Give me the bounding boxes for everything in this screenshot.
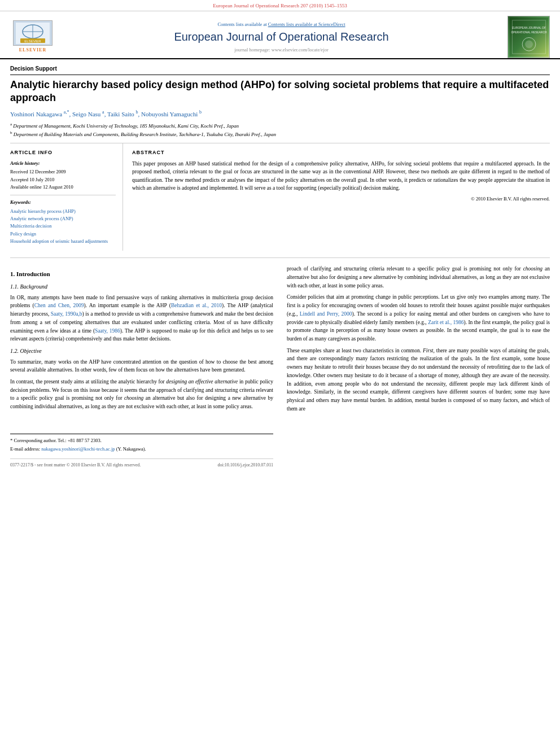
history-label: Article history: [10,160,116,167]
author-nasu: Seigo Nasu [72,111,100,117]
footnote-area: * Corresponding author. Tel.: +81 887 57… [10,434,273,453]
footer-bar: 0377-2217/$ - see front matter © 2010 El… [10,458,273,469]
sciencedirect-link[interactable]: Contents lists available at Contents lis… [61,21,502,28]
body-para-right1: proach of clarifying and structuring cri… [287,265,550,290]
journal-header: ELSEVIER ELSEVIER Contents lists availab… [0,11,560,59]
top-bar: European Journal of Operational Research… [0,0,560,11]
section-tag: Decision Support [10,65,550,75]
keywords-section: Keywords: Analytic hierarchy process (AH… [10,195,116,244]
keyword-2: Analytic network process (ANP) [10,215,116,222]
keyword-5: Household adoption of seismic hazard adj… [10,238,116,244]
abstract-section: ABSTRACT This paper proposes an AHP base… [123,143,550,251]
elsevier-logo: ELSEVIER ELSEVIER [10,20,55,54]
svg-point-11 [525,40,533,48]
body-para-right2: Consider policies that aim at promoting … [287,293,550,343]
abstract-label: ABSTRACT [132,149,550,156]
keyword-1: Analytic hierarchy process (AHP) [10,208,116,215]
keyword-4: Policy design [10,230,116,237]
subsection1-2-heading: 1.2. Objective [10,347,273,356]
keywords-label: Keywords: [10,199,116,206]
body-row: 1. Introduction 1.1. Background In OR, m… [10,257,550,469]
abstract-text: This paper proposes an AHP based statist… [132,160,550,192]
history-received: Received 12 December 2009 [10,168,116,175]
svg-text:ELSEVIER: ELSEVIER [24,40,41,43]
history-accepted: Accepted 10 July 2010 [10,176,116,183]
affiliation-b: b Department of Building Materials and C… [10,130,550,138]
section1-heading: 1. Introduction [10,269,273,279]
subsection1-1-heading: 1.1. Background [10,282,273,291]
journal-ref: European Journal of Operational Research… [213,3,347,8]
body-para-right3: These examples share at least two charac… [287,347,550,413]
copyright: © 2010 Elsevier B.V. All rights reserved… [132,195,550,202]
paper-title: Analytic hierarchy based policy design m… [10,78,550,105]
elsevier-text: ELSEVIER [19,47,46,54]
footer-doi: doi:10.1016/j.ejor.2010.07.011 [217,462,273,469]
author-nakagawa: Yoshinori Nakagawa [10,111,62,117]
body-col-right: proach of clarifying and structuring cri… [287,265,550,469]
footnote-corresponding: * Corresponding author. Tel.: +81 887 57… [10,437,273,444]
article-info: ARTICLE INFO Article history: Received 1… [10,143,123,251]
authors-line: Yoshinori Nakagawa a,*, Seigo Nasu a, Ta… [10,109,550,119]
footer-left: 0377-2217/$ - see front matter © 2010 El… [10,462,141,469]
affiliations: a Department of Management, Kochi Univer… [10,121,550,138]
body-para1: In OR, many attempts have been made to f… [10,294,273,343]
homepage-link: journal homepage: www.elsevier.com/locat… [61,46,502,53]
keyword-3: Multicriteria decision [10,222,116,229]
article-info-label: ARTICLE INFO [10,149,116,156]
history-online: Available online 12 August 2010 [10,184,116,190]
journal-center: Contents lists available at Contents lis… [55,21,508,54]
article-row: ARTICLE INFO Article history: Received 1… [10,143,550,251]
author-yamaguchi: Nobuyoshi Yamaguchi [141,111,198,117]
author-saito: Taiki Saito [107,111,134,117]
body-para3: In contrast, the present study aims at u… [10,378,273,411]
footnote-email: E-mail address: nakagawa.yoshinori@kochi… [10,445,273,453]
journal-thumb: EUROPEAN JOURNAL OF OPERATIONAL RESEARCH [508,16,550,58]
svg-text:OPERATIONAL RESEARCH: OPERATIONAL RESEARCH [511,31,546,34]
affiliation-a: a Department of Management, Kochi Univer… [10,121,550,130]
svg-text:EUROPEAN JOURNAL OF: EUROPEAN JOURNAL OF [512,27,546,29]
elsevier-logo-img: ELSEVIER [13,20,53,46]
journal-title: European Journal of Operational Research [61,29,502,45]
body-col-left: 1. Introduction 1.1. Background In OR, m… [10,265,273,469]
body-para2: To summarize, many works on the AHP have… [10,358,273,374]
main-content: Decision Support Analytic hierarchy base… [0,59,560,475]
